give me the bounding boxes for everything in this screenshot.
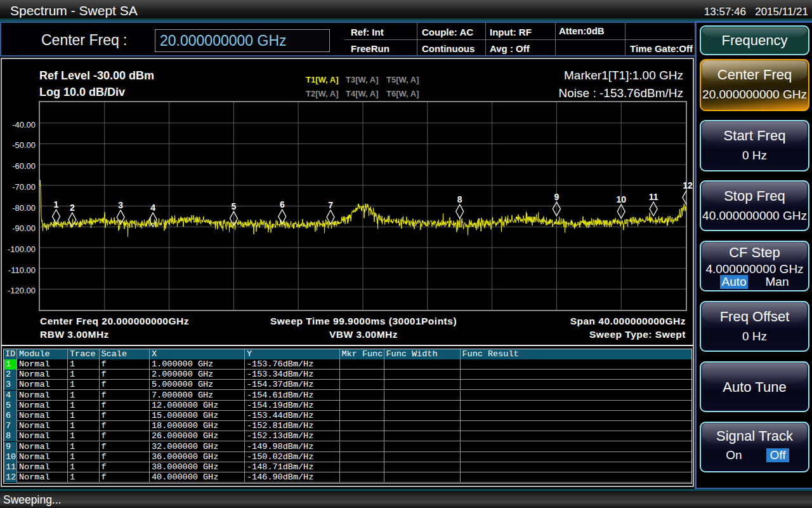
svg-text:4: 4 — [150, 203, 155, 213]
svg-text:3: 3 — [118, 200, 123, 210]
svg-text:11: 11 — [649, 192, 658, 202]
svg-text:2: 2 — [70, 203, 75, 213]
svg-text:5: 5 — [232, 201, 237, 211]
svg-text:8: 8 — [457, 194, 462, 204]
svg-text:6: 6 — [280, 199, 285, 210]
svg-text:1: 1 — [54, 199, 59, 210]
svg-text:12: 12 — [683, 180, 693, 190]
svg-text:10: 10 — [616, 194, 626, 204]
svg-text:9: 9 — [554, 192, 560, 202]
svg-text:7: 7 — [328, 200, 333, 210]
